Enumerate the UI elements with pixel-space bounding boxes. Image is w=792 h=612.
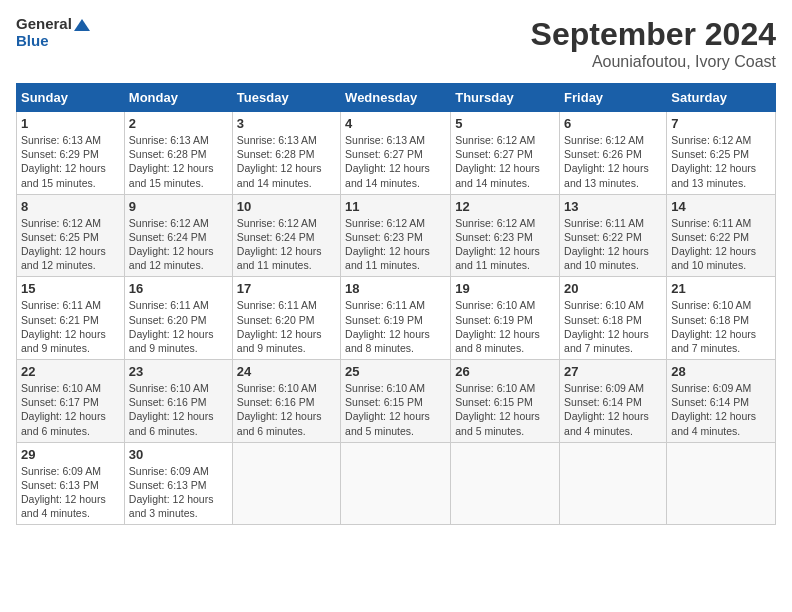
- day-number: 4: [345, 116, 446, 131]
- day-info: Sunrise: 6:09 AMSunset: 6:14 PMDaylight:…: [671, 381, 771, 438]
- day-info: Sunrise: 6:09 AMSunset: 6:13 PMDaylight:…: [21, 464, 120, 521]
- calendar-cell: 14Sunrise: 6:11 AMSunset: 6:22 PMDayligh…: [667, 194, 776, 277]
- calendar-cell: 25Sunrise: 6:10 AMSunset: 6:15 PMDayligh…: [341, 360, 451, 443]
- calendar-table: SundayMondayTuesdayWednesdayThursdayFrid…: [16, 83, 776, 525]
- calendar-cell: [451, 442, 560, 525]
- calendar-cell: 19Sunrise: 6:10 AMSunset: 6:19 PMDayligh…: [451, 277, 560, 360]
- day-info: Sunrise: 6:10 AMSunset: 6:15 PMDaylight:…: [345, 381, 446, 438]
- page-title: September 2024: [531, 16, 776, 53]
- day-info: Sunrise: 6:11 AMSunset: 6:19 PMDaylight:…: [345, 298, 446, 355]
- day-info: Sunrise: 6:11 AMSunset: 6:20 PMDaylight:…: [237, 298, 336, 355]
- day-info: Sunrise: 6:12 AMSunset: 6:24 PMDaylight:…: [129, 216, 228, 273]
- calendar-cell: 1Sunrise: 6:13 AMSunset: 6:29 PMDaylight…: [17, 112, 125, 195]
- day-info: Sunrise: 6:09 AMSunset: 6:14 PMDaylight:…: [564, 381, 662, 438]
- day-number: 16: [129, 281, 228, 296]
- day-info: Sunrise: 6:13 AMSunset: 6:28 PMDaylight:…: [237, 133, 336, 190]
- day-info: Sunrise: 6:10 AMSunset: 6:17 PMDaylight:…: [21, 381, 120, 438]
- day-number: 22: [21, 364, 120, 379]
- logo: General Blue: [16, 16, 90, 49]
- page-subtitle: Aouniafoutou, Ivory Coast: [531, 53, 776, 71]
- day-info: Sunrise: 6:10 AMSunset: 6:18 PMDaylight:…: [564, 298, 662, 355]
- day-number: 9: [129, 199, 228, 214]
- day-info: Sunrise: 6:10 AMSunset: 6:16 PMDaylight:…: [129, 381, 228, 438]
- day-info: Sunrise: 6:12 AMSunset: 6:23 PMDaylight:…: [455, 216, 555, 273]
- day-info: Sunrise: 6:11 AMSunset: 6:22 PMDaylight:…: [564, 216, 662, 273]
- day-info: Sunrise: 6:11 AMSunset: 6:22 PMDaylight:…: [671, 216, 771, 273]
- calendar-cell: [560, 442, 667, 525]
- calendar-cell: 15Sunrise: 6:11 AMSunset: 6:21 PMDayligh…: [17, 277, 125, 360]
- calendar-cell: 7Sunrise: 6:12 AMSunset: 6:25 PMDaylight…: [667, 112, 776, 195]
- day-number: 7: [671, 116, 771, 131]
- calendar-cell: 26Sunrise: 6:10 AMSunset: 6:15 PMDayligh…: [451, 360, 560, 443]
- day-info: Sunrise: 6:12 AMSunset: 6:24 PMDaylight:…: [237, 216, 336, 273]
- day-number: 13: [564, 199, 662, 214]
- day-number: 1: [21, 116, 120, 131]
- day-number: 21: [671, 281, 771, 296]
- day-number: 5: [455, 116, 555, 131]
- col-header-wednesday: Wednesday: [341, 84, 451, 112]
- day-info: Sunrise: 6:10 AMSunset: 6:16 PMDaylight:…: [237, 381, 336, 438]
- day-info: Sunrise: 6:11 AMSunset: 6:21 PMDaylight:…: [21, 298, 120, 355]
- calendar-cell: [341, 442, 451, 525]
- day-info: Sunrise: 6:13 AMSunset: 6:28 PMDaylight:…: [129, 133, 228, 190]
- day-info: Sunrise: 6:10 AMSunset: 6:19 PMDaylight:…: [455, 298, 555, 355]
- day-number: 24: [237, 364, 336, 379]
- day-number: 19: [455, 281, 555, 296]
- calendar-cell: 10Sunrise: 6:12 AMSunset: 6:24 PMDayligh…: [232, 194, 340, 277]
- calendar-cell: 5Sunrise: 6:12 AMSunset: 6:27 PMDaylight…: [451, 112, 560, 195]
- calendar-cell: 3Sunrise: 6:13 AMSunset: 6:28 PMDaylight…: [232, 112, 340, 195]
- day-number: 11: [345, 199, 446, 214]
- day-info: Sunrise: 6:10 AMSunset: 6:15 PMDaylight:…: [455, 381, 555, 438]
- day-number: 20: [564, 281, 662, 296]
- calendar-cell: 24Sunrise: 6:10 AMSunset: 6:16 PMDayligh…: [232, 360, 340, 443]
- col-header-monday: Monday: [124, 84, 232, 112]
- day-info: Sunrise: 6:11 AMSunset: 6:20 PMDaylight:…: [129, 298, 228, 355]
- day-info: Sunrise: 6:13 AMSunset: 6:27 PMDaylight:…: [345, 133, 446, 190]
- calendar-cell: 22Sunrise: 6:10 AMSunset: 6:17 PMDayligh…: [17, 360, 125, 443]
- day-number: 27: [564, 364, 662, 379]
- calendar-cell: [667, 442, 776, 525]
- day-info: Sunrise: 6:12 AMSunset: 6:25 PMDaylight:…: [671, 133, 771, 190]
- day-number: 12: [455, 199, 555, 214]
- calendar-cell: 27Sunrise: 6:09 AMSunset: 6:14 PMDayligh…: [560, 360, 667, 443]
- calendar-cell: 18Sunrise: 6:11 AMSunset: 6:19 PMDayligh…: [341, 277, 451, 360]
- day-info: Sunrise: 6:12 AMSunset: 6:25 PMDaylight:…: [21, 216, 120, 273]
- calendar-cell: 23Sunrise: 6:10 AMSunset: 6:16 PMDayligh…: [124, 360, 232, 443]
- day-number: 2: [129, 116, 228, 131]
- day-number: 23: [129, 364, 228, 379]
- day-number: 29: [21, 447, 120, 462]
- calendar-cell: 17Sunrise: 6:11 AMSunset: 6:20 PMDayligh…: [232, 277, 340, 360]
- day-info: Sunrise: 6:12 AMSunset: 6:27 PMDaylight:…: [455, 133, 555, 190]
- day-number: 3: [237, 116, 336, 131]
- col-header-tuesday: Tuesday: [232, 84, 340, 112]
- calendar-cell: 11Sunrise: 6:12 AMSunset: 6:23 PMDayligh…: [341, 194, 451, 277]
- calendar-cell: 6Sunrise: 6:12 AMSunset: 6:26 PMDaylight…: [560, 112, 667, 195]
- day-number: 15: [21, 281, 120, 296]
- day-number: 25: [345, 364, 446, 379]
- page-header: General Blue September 2024 Aouniafoutou…: [16, 16, 776, 71]
- calendar-cell: 12Sunrise: 6:12 AMSunset: 6:23 PMDayligh…: [451, 194, 560, 277]
- calendar-cell: 4Sunrise: 6:13 AMSunset: 6:27 PMDaylight…: [341, 112, 451, 195]
- day-number: 30: [129, 447, 228, 462]
- col-header-friday: Friday: [560, 84, 667, 112]
- calendar-cell: 20Sunrise: 6:10 AMSunset: 6:18 PMDayligh…: [560, 277, 667, 360]
- day-info: Sunrise: 6:13 AMSunset: 6:29 PMDaylight:…: [21, 133, 120, 190]
- day-info: Sunrise: 6:12 AMSunset: 6:23 PMDaylight:…: [345, 216, 446, 273]
- calendar-cell: [232, 442, 340, 525]
- day-number: 10: [237, 199, 336, 214]
- calendar-cell: 16Sunrise: 6:11 AMSunset: 6:20 PMDayligh…: [124, 277, 232, 360]
- day-info: Sunrise: 6:12 AMSunset: 6:26 PMDaylight:…: [564, 133, 662, 190]
- calendar-cell: 30Sunrise: 6:09 AMSunset: 6:13 PMDayligh…: [124, 442, 232, 525]
- calendar-cell: 8Sunrise: 6:12 AMSunset: 6:25 PMDaylight…: [17, 194, 125, 277]
- day-info: Sunrise: 6:09 AMSunset: 6:13 PMDaylight:…: [129, 464, 228, 521]
- calendar-cell: 9Sunrise: 6:12 AMSunset: 6:24 PMDaylight…: [124, 194, 232, 277]
- calendar-cell: 28Sunrise: 6:09 AMSunset: 6:14 PMDayligh…: [667, 360, 776, 443]
- col-header-saturday: Saturday: [667, 84, 776, 112]
- col-header-sunday: Sunday: [17, 84, 125, 112]
- calendar-cell: 13Sunrise: 6:11 AMSunset: 6:22 PMDayligh…: [560, 194, 667, 277]
- title-block: September 2024 Aouniafoutou, Ivory Coast: [531, 16, 776, 71]
- day-number: 8: [21, 199, 120, 214]
- calendar-cell: 2Sunrise: 6:13 AMSunset: 6:28 PMDaylight…: [124, 112, 232, 195]
- day-number: 26: [455, 364, 555, 379]
- day-number: 18: [345, 281, 446, 296]
